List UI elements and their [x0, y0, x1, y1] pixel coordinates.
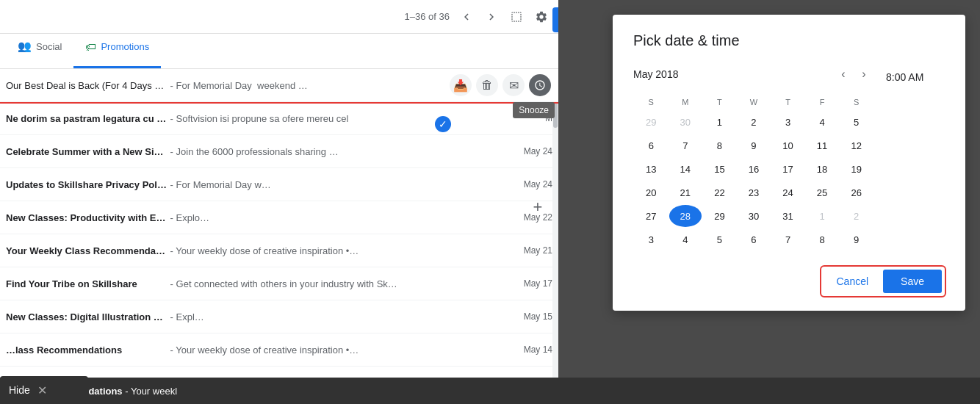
cal-day[interactable]: 17: [771, 158, 804, 180]
cal-day[interactable]: 24: [771, 181, 804, 203]
prev-page-button[interactable]: [458, 9, 475, 25]
view-icon[interactable]: [508, 9, 525, 25]
date-time-dialog: Pick date & time May 2018 ‹ › S M T W: [613, 15, 965, 311]
cal-day[interactable]: 26: [840, 181, 873, 203]
time-value[interactable]: 8:00 AM: [886, 71, 923, 83]
email-sender: Ne dorim sa pastram legatura cu tine: [6, 113, 167, 124]
email-date: May 14: [508, 345, 552, 355]
cal-day[interactable]: 19: [840, 158, 873, 180]
cal-day[interactable]: 6: [738, 228, 771, 250]
email-row[interactable]: Ne dorim sa pastram legatura cu tine - S…: [0, 102, 558, 135]
hide-close-button[interactable]: ✕: [37, 383, 47, 397]
email-list: Our Best Deal is Back (For 4 Days Only!)…: [0, 69, 558, 404]
email-snippet: - Get connected with others in your indu…: [167, 278, 508, 289]
calendar-header: May 2018 ‹ ›: [633, 64, 874, 84]
add-tab-button[interactable]: +: [527, 197, 548, 217]
cal-day[interactable]: 2: [738, 111, 771, 133]
cal-day[interactable]: 7: [771, 228, 804, 250]
social-icon: 👥: [18, 40, 32, 53]
cal-day[interactable]: 1: [806, 205, 839, 227]
cal-day[interactable]: 23: [738, 181, 771, 203]
cal-day[interactable]: 7: [669, 134, 702, 156]
cal-day[interactable]: 30: [738, 205, 771, 227]
cal-day[interactable]: 14: [669, 158, 702, 180]
email-sender: Your Weekly Class Recommendations: [6, 245, 167, 256]
footer-actions-highlight: Cancel Save: [821, 267, 945, 296]
scrollbar[interactable]: [552, 69, 558, 404]
tab-social[interactable]: 👥 Social: [6, 34, 73, 68]
dialog-body: May 2018 ‹ › S M T W T F S: [633, 64, 945, 252]
email-row[interactable]: Updates to Skillshare Privacy Policy and…: [0, 168, 558, 201]
tab-social-label: Social: [36, 41, 62, 52]
delete-button[interactable]: 🗑: [476, 74, 498, 96]
calendar-grid: S M T W T F S 29 30 1: [633, 93, 874, 252]
email-snippet: - Join the 6000 professionals sharing …: [167, 146, 508, 157]
cal-day[interactable]: 8: [703, 134, 736, 156]
email-snippet: - Your weekly dose of creative inspirati…: [167, 245, 508, 256]
email-row[interactable]: Our Best Deal is Back (For 4 Days Only!)…: [0, 69, 558, 102]
archive-button[interactable]: 📥: [450, 74, 472, 96]
cal-day[interactable]: 13: [635, 158, 668, 180]
cal-day-today[interactable]: 28: [669, 205, 702, 227]
cal-day[interactable]: 9: [738, 134, 771, 156]
cal-day[interactable]: 30: [669, 111, 702, 133]
time-side: 8:00 AM: [886, 64, 945, 252]
cancel-button[interactable]: Cancel: [824, 270, 880, 293]
cal-day[interactable]: 4: [806, 111, 839, 133]
cal-day[interactable]: 2: [840, 205, 873, 227]
tab-promotions-label: Promotions: [101, 41, 149, 52]
email-row[interactable]: New Classes: Productivity with Evernote,…: [0, 201, 558, 234]
cal-day[interactable]: 1: [703, 111, 736, 133]
email-row[interactable]: Celebrate Summer with a New Side Hustle …: [0, 135, 558, 168]
email-date: May 17: [508, 278, 552, 289]
prev-month-button[interactable]: ‹: [833, 64, 854, 84]
email-row[interactable]: Find Your Tribe on Skillshare - Get conn…: [0, 267, 558, 300]
settings-icon[interactable]: [533, 9, 550, 25]
cal-day[interactable]: 25: [806, 181, 839, 203]
email-date: May 24: [508, 146, 552, 156]
save-button[interactable]: Save: [883, 270, 942, 293]
cal-day[interactable]: 3: [635, 228, 668, 250]
promotions-icon: 🏷: [85, 40, 96, 53]
email-snippet: - Explo…: [167, 212, 508, 223]
cal-day[interactable]: 9: [840, 228, 873, 250]
cal-day[interactable]: 5: [840, 111, 873, 133]
cal-day[interactable]: 6: [635, 134, 668, 156]
tab-promotions[interactable]: 🏷 Promotions: [73, 34, 161, 68]
cal-day[interactable]: 11: [806, 134, 839, 156]
checkmark-circle: ✓: [435, 116, 451, 132]
cal-day[interactable]: 31: [771, 205, 804, 227]
cal-day[interactable]: 21: [669, 181, 702, 203]
cal-day[interactable]: 15: [703, 158, 736, 180]
cal-day[interactable]: 4: [669, 228, 702, 250]
cal-day[interactable]: 22: [703, 181, 736, 203]
cal-day[interactable]: 29: [635, 111, 668, 133]
cal-day[interactable]: 3: [771, 111, 804, 133]
inbox-toolbar: 1–36 of 36: [0, 0, 558, 34]
cal-day[interactable]: 29: [703, 205, 736, 227]
cal-day[interactable]: 8: [806, 228, 839, 250]
cal-day-27[interactable]: 27: [635, 205, 668, 227]
email-snippet: - Expl…: [167, 311, 508, 322]
email-sender: New Classes: Digital Illustration with P…: [6, 311, 167, 322]
cal-day[interactable]: 20: [635, 181, 668, 203]
day-header-sun: S: [635, 95, 668, 109]
cal-day[interactable]: 12: [840, 134, 873, 156]
cal-day[interactable]: 16: [738, 158, 771, 180]
email-row[interactable]: Your Weekly Class Recommendations - Your…: [0, 234, 558, 267]
email-snippet: - Softvision isi propune sa ofere mereu …: [167, 113, 508, 124]
mark-unread-button[interactable]: ✉: [502, 74, 525, 96]
day-header-sat: S: [840, 95, 873, 109]
email-row[interactable]: …lass Recommendations - Your weekly dose…: [0, 333, 558, 367]
cal-day[interactable]: 10: [771, 134, 804, 156]
email-snippet: - Your weekly dose of creative inspirati…: [167, 345, 508, 356]
next-page-button[interactable]: [483, 9, 500, 25]
snooze-button[interactable]: [529, 74, 551, 96]
email-snippet: - For Memorial Day w…: [167, 179, 508, 190]
cal-day[interactable]: 5: [703, 228, 736, 250]
cal-day[interactable]: 18: [806, 158, 839, 180]
inbox-panel: 1–36 of 36 👥 Social 🏷 Promotions: [0, 0, 558, 404]
email-row[interactable]: New Classes: Digital Illustration with P…: [0, 300, 558, 333]
email-sender: Celebrate Summer with a New Side Hustle: [6, 146, 167, 157]
next-month-button[interactable]: ›: [854, 64, 874, 84]
